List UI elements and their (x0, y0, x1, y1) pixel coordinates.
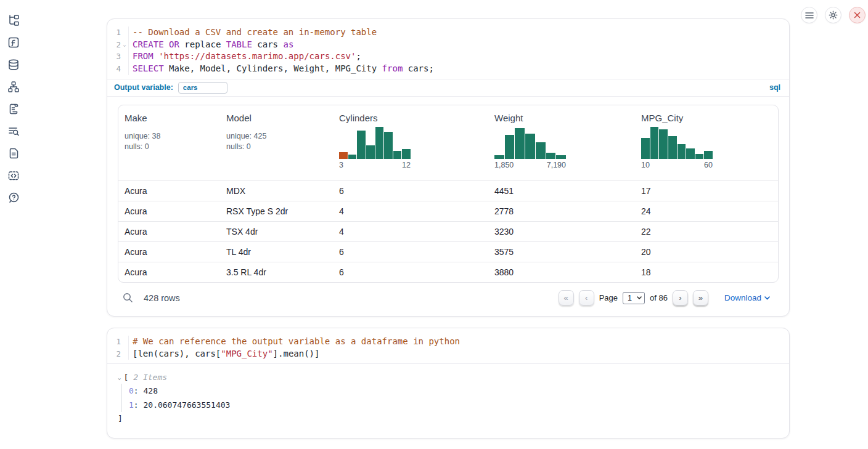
column-name: Make (125, 113, 214, 123)
table-row[interactable]: AcuraRSX Type S 2dr4277824 (118, 201, 778, 221)
output-variable-label: Output variable: (114, 83, 173, 92)
table-cell: 3230 (488, 227, 635, 237)
column-histogram: 312 (339, 127, 411, 169)
table-cell: TSX 4dr (220, 227, 333, 237)
table-row[interactable]: AcuraMDX6445117 (118, 180, 778, 201)
code-line[interactable]: 1-- Download a CSV and create an in-memo… (107, 26, 789, 39)
hist-bar (695, 154, 704, 159)
logs-icon[interactable] (7, 125, 20, 137)
code-line[interactable]: 1# We can reference the output variable … (107, 336, 789, 348)
hist-bar (650, 127, 659, 159)
table-cell: 22 (635, 227, 779, 237)
hist-bar (393, 151, 402, 159)
datasources-icon[interactable] (7, 59, 20, 71)
hist-bar (525, 134, 535, 159)
file-explorer-icon[interactable] (7, 14, 20, 26)
last-page-button[interactable]: » (693, 290, 708, 305)
line-number: 4 (107, 63, 121, 75)
settings-button[interactable] (825, 7, 841, 23)
table-header-row: Makeunique: 38nulls: 0Modelunique: 425nu… (118, 105, 778, 180)
hist-bar (366, 145, 375, 159)
close-bracket: ] (118, 414, 789, 423)
chevron-down-icon (764, 296, 770, 300)
hist-bar (402, 149, 411, 159)
line-number: 2 (107, 348, 121, 360)
table-cell: 6 (333, 267, 488, 277)
table-cell: 17 (635, 186, 779, 196)
table-cell: 4451 (488, 186, 635, 196)
items-count-label: 2 Items (133, 373, 167, 382)
menu-button[interactable] (801, 7, 817, 23)
column-name: Cylinders (339, 113, 482, 123)
fold-spacer (121, 348, 128, 360)
collapse-chevron-icon[interactable]: ⌄ (118, 374, 121, 381)
page-label: Page (599, 293, 618, 302)
hamburger-icon (805, 12, 814, 19)
gear-icon (829, 10, 838, 20)
dependency-graph-icon[interactable] (7, 81, 20, 93)
code-line[interactable]: 2⌄CREATE OR replace TABLE cars as (107, 39, 789, 51)
output-variable-row: Output variable: sql (107, 79, 789, 97)
table-cell: TL 4dr (220, 247, 333, 257)
column-header-cylinders[interactable]: Cylinders312 (333, 105, 488, 180)
documentation-icon[interactable] (7, 147, 20, 160)
table-cell: 24 (635, 206, 779, 216)
data-table: Makeunique: 38nulls: 0Modelunique: 425nu… (118, 105, 779, 283)
code-text: FROM 'https://datasets.marimo.app/cars.c… (128, 51, 789, 63)
hist-bar (494, 155, 504, 159)
hist-axis: 1,8507,190 (494, 161, 566, 169)
line-number: 3 (107, 51, 121, 63)
table-footer: 428 rows « ‹ Page 1 of 86 › » Download (118, 284, 779, 312)
python-cell: 1# We can reference the output variable … (107, 328, 790, 439)
code-line[interactable]: 3FROM 'https://datasets.marimo.app/cars.… (107, 51, 789, 63)
sql-code-editor[interactable]: 1-- Download a CSV and create an in-memo… (107, 19, 789, 79)
search-icon[interactable] (123, 293, 133, 303)
first-page-button[interactable]: « (559, 290, 574, 305)
hist-bar (339, 152, 348, 158)
hist-bar (556, 155, 566, 159)
help-icon[interactable] (7, 192, 20, 204)
table-row[interactable]: AcuraTSX 4dr4323022 (118, 221, 778, 241)
language-badge: sql (769, 83, 780, 92)
table-cell: RSX Type S 2dr (220, 206, 333, 216)
column-header-weight[interactable]: Weight1,8507,190 (488, 105, 635, 180)
topbar-actions (801, 7, 866, 23)
table-cell: 18 (635, 267, 779, 277)
hist-bar (357, 131, 366, 159)
hist-bar (704, 151, 713, 159)
table-cell: MDX (220, 186, 333, 196)
tree-entry: 0: 428 (129, 384, 789, 398)
functions-icon[interactable] (7, 36, 20, 49)
fold-chevron-icon[interactable]: ⌄ (121, 39, 128, 51)
column-header-make[interactable]: Makeunique: 38nulls: 0 (118, 105, 220, 180)
page-select[interactable]: 1 (623, 292, 645, 304)
code-text: [len(cars), cars["MPG_City"].mean()] (128, 348, 789, 360)
table-row[interactable]: Acura3.5 RL 4dr6388018 (118, 262, 778, 282)
table-cell: 6 (333, 186, 488, 196)
table-cell: 3880 (488, 267, 635, 277)
snippets-icon[interactable] (7, 169, 20, 182)
fold-spacer (121, 63, 128, 75)
table-cell: Acura (118, 267, 220, 277)
shutdown-button[interactable] (849, 7, 866, 23)
prev-page-button[interactable]: ‹ (579, 290, 594, 305)
next-page-button[interactable]: › (673, 290, 688, 305)
table-row[interactable]: AcuraTL 4dr6357520 (118, 241, 778, 262)
download-button[interactable]: Download (724, 293, 770, 302)
table-cell: 3575 (488, 247, 635, 257)
download-label: Download (724, 293, 761, 302)
column-header-mpg_city[interactable]: MPG_City1060 (635, 105, 779, 180)
tree-entry-index: 1 (129, 400, 134, 410)
code-line[interactable]: 2[len(cars), cars["MPG_City"].mean()] (107, 348, 789, 360)
tree-entry-index: 0 (129, 386, 134, 395)
python-code-editor[interactable]: 1# We can reference the output variable … (107, 328, 789, 364)
tree-body: 0: 4281: 20.060747663551403 (121, 384, 789, 412)
line-number: 1 (107, 336, 121, 348)
code-line[interactable]: 4SELECT Make, Model, Cylinders, Weight, … (107, 63, 789, 75)
column-header-model[interactable]: Modelunique: 425nulls: 0 (220, 105, 333, 180)
scratchpad-icon[interactable] (7, 103, 20, 115)
output-variable-input[interactable] (178, 82, 227, 94)
column-stats: unique: 425nulls: 0 (226, 131, 327, 152)
column-histogram: 1060 (641, 127, 713, 169)
hist-bar (384, 132, 393, 159)
